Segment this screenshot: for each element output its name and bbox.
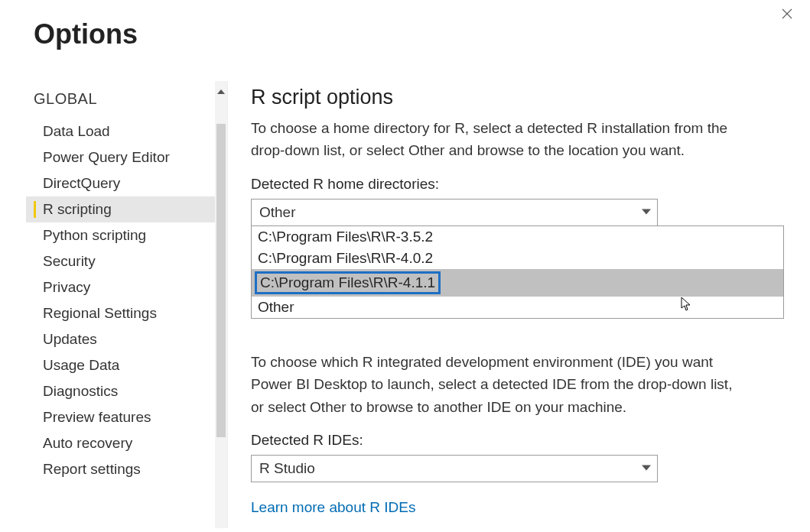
ide-intro: To choose which R integrated development… [251, 351, 740, 418]
sidebar-item-label: Power Query Editor [43, 149, 170, 165]
sidebar-item-label: Updates [43, 331, 97, 347]
sidebar-item-directquery[interactable]: DirectQuery [26, 170, 227, 196]
section-heading: R script options [251, 86, 787, 109]
learn-more-link[interactable]: Learn more about R IDEs [251, 499, 415, 516]
sidebar-section-global: GLOBAL [34, 90, 227, 108]
sidebar-item-data-load[interactable]: Data Load [26, 118, 227, 144]
sidebar-item-diagnostics[interactable]: Diagnostics [26, 378, 227, 404]
close-button[interactable] [775, 2, 799, 26]
sidebar-item-regional-settings[interactable]: Regional Settings [26, 300, 227, 326]
sidebar-item-security[interactable]: Security [26, 248, 227, 274]
sidebar-item-auto-recovery[interactable]: Auto recovery [26, 430, 227, 456]
sidebar-item-updates[interactable]: Updates [26, 326, 227, 352]
sidebar-item-label: Security [43, 253, 96, 269]
sidebar-item-python-scripting[interactable]: Python scripting [26, 222, 227, 248]
chevron-up-icon [217, 89, 225, 94]
sidebar-scrollbar[interactable] [215, 81, 227, 528]
sidebar-item-label: Privacy [43, 279, 90, 295]
sidebar-item-preview-features[interactable]: Preview features [26, 404, 227, 430]
sidebar: GLOBAL Data LoadPower Query EditorDirect… [26, 81, 228, 528]
home-dirs-option-label: C:\Program Files\R\R-3.5.2 [258, 229, 433, 245]
section-intro: To choose a home directory for R, select… [251, 117, 740, 162]
sidebar-item-label: Auto recovery [43, 435, 132, 451]
sidebar-item-label: DirectQuery [43, 175, 120, 191]
home-dirs-option[interactable]: C:\Program Files\R\R-4.1.1 [252, 269, 783, 297]
ide-value: R Studio [259, 460, 315, 477]
caret-down-icon [642, 463, 651, 474]
home-dirs-value: Other [259, 204, 296, 221]
sidebar-item-label: Regional Settings [43, 305, 157, 321]
page-title: Options [34, 18, 810, 50]
sidebar-item-report-settings[interactable]: Report settings [26, 456, 227, 482]
ide-select[interactable]: R Studio [251, 455, 658, 482]
scroll-up-button[interactable] [215, 81, 227, 102]
home-dirs-dropdown[interactable]: C:\Program Files\R\R-3.5.2C:\Program Fil… [251, 225, 784, 319]
sidebar-item-label: Data Load [43, 123, 110, 139]
home-dirs-option[interactable]: Other [252, 297, 783, 318]
sidebar-item-usage-data[interactable]: Usage Data [26, 352, 227, 378]
sidebar-item-label: Report settings [43, 461, 141, 477]
home-dirs-option-label: C:\Program Files\R\R-4.1.1 [255, 271, 441, 294]
sidebar-item-label: Usage Data [43, 357, 119, 373]
close-icon [780, 7, 794, 21]
home-dirs-option[interactable]: C:\Program Files\R\R-3.5.2 [252, 226, 783, 248]
main-pane: R script options To choose a home direct… [228, 81, 810, 528]
ide-label: Detected R IDEs: [251, 432, 787, 449]
home-dirs-option-label: C:\Program Files\R\R-4.0.2 [258, 250, 433, 267]
caret-down-icon [642, 207, 651, 218]
scroll-thumb[interactable] [216, 124, 226, 437]
home-dirs-select[interactable]: Other [251, 199, 658, 226]
sidebar-item-label: R scripting [43, 201, 112, 217]
sidebar-item-label: Preview features [43, 409, 151, 425]
sidebar-item-privacy[interactable]: Privacy [26, 274, 227, 300]
home-dirs-option-label: Other [258, 299, 294, 316]
home-dirs-label: Detected R home directories: [251, 176, 787, 193]
sidebar-item-r-scripting[interactable]: R scripting [26, 196, 227, 222]
sidebar-item-label: Python scripting [43, 227, 146, 243]
home-dirs-option[interactable]: C:\Program Files\R\R-4.0.2 [252, 248, 783, 269]
sidebar-item-label: Diagnostics [43, 383, 118, 399]
sidebar-item-power-query-editor[interactable]: Power Query Editor [26, 144, 227, 170]
